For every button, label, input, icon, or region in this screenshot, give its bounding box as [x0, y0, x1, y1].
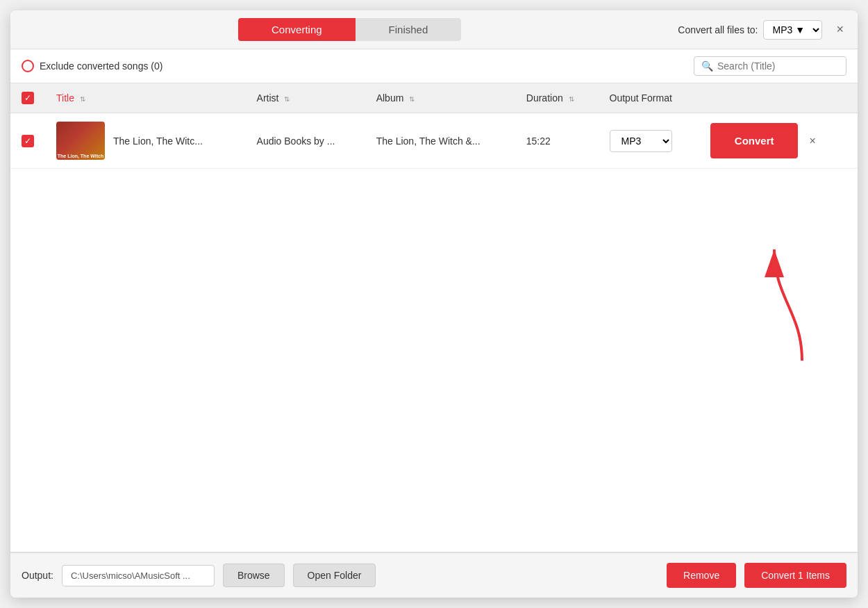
circle-icon — [22, 60, 34, 72]
exclude-converted-button[interactable]: Exclude converted songs (0) — [22, 60, 162, 72]
row-title: The Lion, The Witc... — [113, 135, 203, 147]
tab-converting[interactable]: Converting — [238, 18, 356, 41]
convert-button[interactable]: Convert — [713, 126, 796, 156]
header-artist[interactable]: Artist ⇅ — [246, 83, 365, 113]
remove-row-button[interactable]: × — [803, 132, 821, 150]
row-actions-cell: Convert × — [699, 113, 858, 169]
convert-items-button[interactable]: Convert 1 Items — [744, 563, 846, 588]
convert-button-highlight: Convert — [710, 123, 799, 158]
browse-button[interactable]: Browse — [223, 564, 285, 587]
window-close-button[interactable]: × — [833, 19, 846, 40]
row-artist: Audio Books by ... — [246, 113, 365, 169]
open-folder-button[interactable]: Open Folder — [293, 564, 376, 587]
artist-sort-icon: ⇅ — [284, 95, 290, 103]
output-label: Output: — [22, 570, 53, 581]
table-row: ✓ The Lion, The Witch The Lion, The Witc… — [10, 113, 858, 169]
row-duration: 15:22 — [515, 113, 599, 169]
row-album: The Lion, The Witch &... — [365, 113, 515, 169]
header-album[interactable]: Album ⇅ — [365, 83, 515, 113]
output-path: C:\Users\micso\AMusicSoft ... — [62, 565, 215, 586]
table-container: ✓ Title ⇅ Artist ⇅ Album ⇅ — [10, 83, 858, 552]
tab-finished[interactable]: Finished — [356, 18, 462, 41]
album-sort-icon: ⇅ — [409, 95, 415, 103]
search-input[interactable] — [717, 60, 839, 72]
toolbar: Exclude converted songs (0) 🔍 — [10, 49, 858, 83]
header-checkbox[interactable]: ✓ — [22, 92, 34, 104]
row-format-cell: MP3 MP4 AAC FLAC WAV — [599, 113, 699, 169]
tab-group: Converting Finished — [22, 18, 678, 41]
row-checkbox[interactable]: ✓ — [22, 135, 34, 147]
header-actions — [699, 83, 858, 113]
convert-all-section: Convert all files to: MP3 ▼ × — [678, 19, 846, 40]
convert-all-label: Convert all files to: — [678, 24, 758, 35]
search-icon: 🔍 — [701, 60, 713, 72]
search-box: 🔍 — [694, 56, 846, 76]
header-duration[interactable]: Duration ⇅ — [515, 83, 599, 113]
duration-sort-icon: ⇅ — [569, 95, 574, 103]
row-checkbox-cell: ✓ — [10, 113, 45, 169]
main-window: Converting Finished Convert all files to… — [10, 10, 858, 598]
convert-all-format-select[interactable]: MP3 ▼ — [763, 20, 822, 40]
title-sort-icon: ⇅ — [80, 95, 85, 103]
exclude-label: Exclude converted songs (0) — [40, 60, 162, 72]
header-output-format: Output Format — [599, 83, 699, 113]
thumbnail: The Lion, The Witch — [56, 122, 105, 160]
remove-button[interactable]: Remove — [667, 563, 736, 588]
items-table: ✓ Title ⇅ Artist ⇅ Album ⇅ — [10, 83, 858, 169]
row-format-select[interactable]: MP3 MP4 AAC FLAC WAV — [610, 130, 672, 152]
top-bar: Converting Finished Convert all files to… — [10, 10, 858, 49]
bottom-bar: Output: C:\Users\micso\AMusicSoft ... Br… — [10, 552, 858, 598]
main-content: ✓ Title ⇅ Artist ⇅ Album ⇅ — [10, 83, 858, 552]
row-title-cell: The Lion, The Witch The Lion, The Witc..… — [45, 113, 246, 169]
header-title[interactable]: Title ⇅ — [45, 83, 246, 113]
header-checkbox-cell: ✓ — [10, 83, 45, 113]
